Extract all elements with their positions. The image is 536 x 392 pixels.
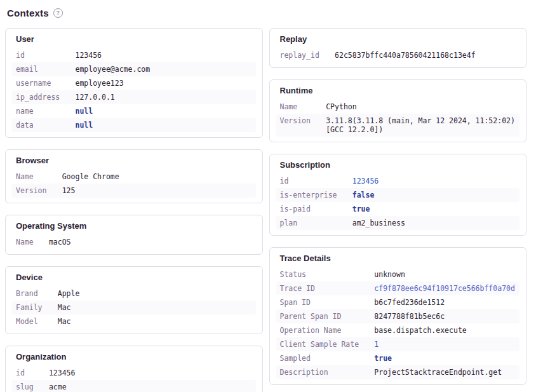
row-value: 123456: [75, 51, 251, 60]
help-icon[interactable]: ?: [53, 8, 63, 18]
row-key: Name: [16, 238, 49, 247]
row-key: id: [16, 51, 75, 60]
key-value-rows: NamemacOS: [6, 235, 262, 249]
row-key: Version: [280, 116, 326, 134]
key-value-row: Version3.11.8(3.11.8 (main, Mar 12 2024,…: [276, 114, 520, 137]
row-key: Status: [280, 270, 375, 279]
card-title: Device: [6, 271, 262, 287]
row-value: true: [374, 354, 516, 363]
key-value-row: Sampledtrue: [276, 351, 520, 365]
row-value: 1: [374, 340, 516, 349]
row-key: email: [16, 65, 75, 74]
row-value: Mac: [58, 303, 252, 312]
context-card-replay: Replayreplay_id62c5837bffc440a7856042116…: [269, 28, 527, 68]
card-title: Subscription: [270, 158, 526, 174]
context-card-browser: BrowserNameGoogle ChromeVersion125: [5, 149, 263, 203]
key-value-row: Client Sample Rate1: [276, 337, 520, 351]
row-key: name: [16, 107, 75, 116]
key-value-row: Parent Span ID8247788f81b5ec6c: [276, 309, 520, 323]
row-value: 123456: [352, 177, 516, 186]
key-value-row: ip_address127.0.0.1: [12, 90, 256, 104]
key-value-row: NamemacOS: [12, 235, 256, 249]
context-card-trace-details: Trace DetailsStatusunknownTrace IDcf9f87…: [269, 247, 527, 385]
column-left: Userid123456emailemployee@acme.comuserna…: [5, 28, 263, 392]
key-value-rows: NameGoogle ChromeVersion125: [6, 170, 262, 198]
key-value-row: slugacme: [12, 380, 256, 392]
key-value-row: emailemployee@acme.com: [12, 62, 256, 76]
row-key: plan: [280, 219, 352, 227]
row-value: base.dispatch.execute: [374, 326, 516, 335]
context-card-user: Userid123456emailemployee@acme.comuserna…: [5, 28, 263, 138]
column-right: Replayreplay_id62c5837bffc440a7856042116…: [269, 28, 527, 385]
key-value-row: Statusunknown: [276, 267, 520, 281]
contexts-section: Contexts ? Userid123456emailemployee@acm…: [0, 0, 536, 392]
key-value-row: planam2_business: [276, 216, 520, 230]
row-value: macOS: [49, 238, 252, 247]
row-value: 8247788f81b5ec6c: [374, 312, 516, 321]
row-key: data: [16, 121, 75, 130]
card-title: Organization: [6, 350, 262, 366]
card-title: Replay: [270, 32, 526, 48]
key-value-row: is-paidtrue: [276, 202, 520, 216]
card-title: Runtime: [270, 84, 526, 100]
context-card-organization: Organizationid123456slugacme: [5, 346, 263, 392]
key-value-row: namenull: [12, 104, 256, 118]
row-key: replay_id: [280, 51, 335, 60]
key-value-row: FamilyMac: [12, 301, 256, 314]
key-value-row: id123456: [276, 174, 520, 188]
key-value-row: ModelMac: [12, 314, 256, 328]
card-title: Trace Details: [270, 252, 526, 267]
row-value: acme: [49, 382, 252, 391]
row-value: 123456: [49, 368, 252, 377]
key-value-rows: id123456is-enterprisefalseis-paidtruepla…: [270, 174, 526, 230]
row-key: is-enterprise: [280, 191, 352, 199]
row-value: null: [75, 121, 251, 130]
row-value: Apple: [58, 289, 252, 298]
key-value-row: id123456: [12, 48, 256, 62]
key-value-row: replay_id62c5837bffc440a78560421168c13e4…: [276, 48, 520, 62]
context-card-device: DeviceBrandAppleFamilyMacModelMac: [5, 266, 263, 334]
row-key: Description: [280, 368, 375, 377]
row-key: is-paid: [280, 205, 352, 213]
row-key: id: [16, 368, 49, 377]
key-value-rows: BrandAppleFamilyMacModelMac: [6, 287, 262, 328]
row-key: Version: [16, 186, 62, 195]
key-value-row: is-enterprisefalse: [276, 188, 520, 202]
key-value-row: NameGoogle Chrome: [12, 170, 256, 184]
row-key: id: [280, 177, 352, 186]
row-value: employee123: [75, 79, 251, 88]
section-header: Contexts ?: [7, 8, 526, 18]
row-key: Name: [16, 172, 62, 181]
context-card-runtime: RuntimeNameCPythonVersion3.11.8(3.11.8 (…: [269, 79, 527, 142]
row-value: false: [352, 191, 516, 199]
row-key: Sampled: [280, 354, 375, 363]
row-value-link[interactable]: cf9f878ee6c94f10917ce566bff0a70d: [374, 284, 516, 293]
row-key: ip_address: [16, 93, 75, 102]
key-value-rows: StatusunknownTrace IDcf9f878ee6c94f10917…: [270, 267, 526, 379]
key-value-row: datanull: [12, 118, 256, 132]
key-value-row: usernameemployee123: [12, 76, 256, 90]
card-title: Browser: [6, 154, 262, 170]
row-key: Parent Span ID: [280, 312, 375, 321]
row-value: 127.0.0.1: [75, 93, 251, 102]
row-value: CPython: [326, 102, 516, 111]
row-key: username: [16, 79, 75, 88]
row-key: Name: [280, 102, 326, 111]
key-value-rows: replay_id62c5837bffc440a78560421168c13e4…: [270, 48, 526, 62]
key-value-rows: id123456slugacme: [6, 366, 262, 392]
row-value: unknown: [374, 270, 516, 279]
row-key: Brand: [16, 289, 58, 298]
key-value-row: NameCPython: [276, 100, 520, 114]
row-value: ProjectStacktraceEndpoint.get: [374, 368, 516, 377]
row-value: 62c5837bffc440a78560421168c13e4f: [335, 51, 516, 60]
row-value: Mac: [58, 317, 252, 326]
row-key: Client Sample Rate: [280, 340, 375, 349]
row-key: slug: [16, 382, 49, 391]
row-value: 125: [62, 186, 252, 195]
card-title: Operating System: [6, 219, 262, 235]
row-value: am2_business: [352, 219, 516, 227]
key-value-row: Version125: [12, 184, 256, 198]
row-key: Operation Name: [280, 326, 375, 335]
row-value: employee@acme.com: [75, 65, 251, 74]
page-title: Contexts: [7, 8, 49, 18]
